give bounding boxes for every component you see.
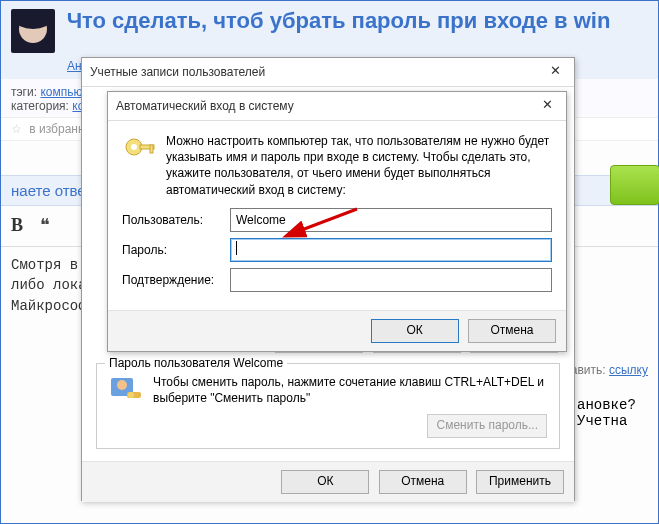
ok-button[interactable]: ОК	[371, 319, 459, 343]
user-label: Пользователь:	[122, 213, 230, 227]
upvote-button[interactable]	[610, 165, 659, 205]
ok-button[interactable]: ОК	[281, 470, 369, 494]
user-field[interactable]	[230, 208, 552, 232]
change-password-button[interactable]: Сменить пароль...	[427, 414, 547, 438]
svg-point-1	[117, 380, 127, 390]
password-field[interactable]	[230, 238, 552, 262]
password-group: Пароль пользователя Welcome Чтобы сменит…	[96, 363, 560, 449]
password-label: Пароль:	[122, 243, 230, 257]
apply-button[interactable]: Применить	[476, 470, 564, 494]
info-text: Можно настроить компьютер так, что польз…	[166, 133, 552, 198]
svg-point-5	[131, 144, 137, 150]
bold-button[interactable]: B	[11, 215, 23, 235]
confirm-label: Подтверждение:	[122, 273, 230, 287]
group-text: Чтобы сменить пароль, нажмите сочетание …	[153, 374, 547, 406]
dialog-buttons: ОК Отмена	[108, 310, 566, 351]
add-link[interactable]: ссылку	[609, 363, 648, 377]
star-icon: ☆	[11, 122, 22, 136]
group-title: Пароль пользователя Welcome	[105, 356, 287, 370]
answer-body-cont: ановке? Учетна	[577, 397, 658, 429]
svg-point-3	[128, 392, 134, 398]
key-icon	[122, 133, 156, 198]
category-label: категория:	[11, 99, 69, 113]
cancel-button[interactable]: Отмена	[468, 319, 556, 343]
dialog-title: Автоматический вход в систему ✕	[108, 92, 566, 121]
text-caret	[236, 241, 237, 255]
cancel-button[interactable]: Отмена	[379, 470, 467, 494]
close-icon[interactable]: ✕	[536, 58, 574, 86]
avatar	[11, 9, 55, 53]
question-title: Что сделать, чтоб убрать пароль при вход…	[67, 9, 611, 33]
svg-rect-7	[150, 145, 153, 153]
quote-button[interactable]: ❝	[40, 215, 50, 235]
dialog-buttons: ОК Отмена Применить	[82, 461, 574, 502]
confirm-field[interactable]	[230, 268, 552, 292]
tags-label: тэги:	[11, 85, 37, 99]
dialog-title: Учетные записи пользователей ✕	[82, 58, 574, 87]
user-key-icon	[109, 374, 143, 408]
auto-login-dialog: Автоматический вход в систему ✕ Можно на…	[107, 91, 567, 352]
close-icon[interactable]: ✕	[528, 92, 566, 120]
